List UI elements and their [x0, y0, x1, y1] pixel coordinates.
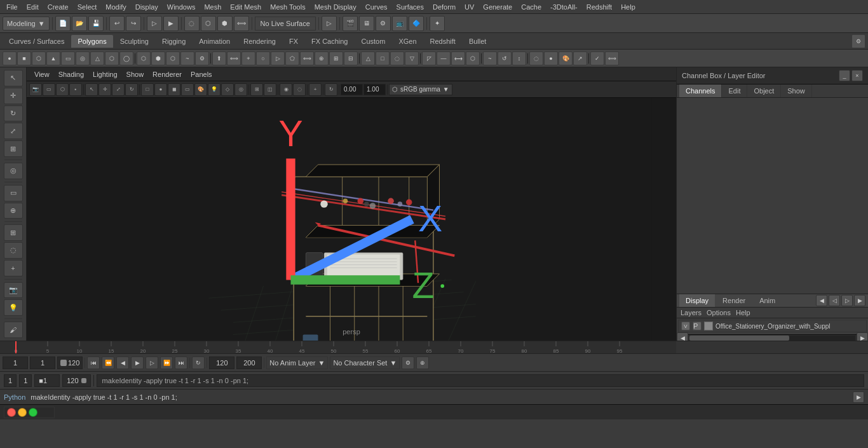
tab-animation[interactable]: Animation — [193, 35, 236, 48]
play-forward-btn[interactable]: ▶ — [131, 356, 144, 369]
viewport-canvas[interactable]: X Y Z persp — [27, 98, 676, 341]
convex-hull-btn[interactable]: ⬠ — [285, 51, 299, 65]
helix-btn[interactable]: ~ — [180, 51, 194, 65]
soft-select-lt-btn[interactable]: ◎ — [4, 163, 23, 179]
tab-custom[interactable]: Custom — [355, 35, 392, 48]
status-command[interactable]: makeIdentity -apply true -t 1 -r 1 -s 1 … — [97, 374, 864, 387]
plane-btn[interactable]: ▭ — [61, 51, 75, 65]
mode-dropdown[interactable]: Modeling ▼ — [3, 17, 50, 31]
new-file-btn[interactable]: 📄 — [55, 16, 71, 31]
layer-vis-btn[interactable]: V — [681, 322, 690, 330]
soften-btn[interactable]: ◌ — [529, 51, 543, 65]
step-back-btn[interactable]: ◀ — [116, 356, 129, 369]
show-tab[interactable]: Show — [781, 85, 812, 97]
menu-mesh[interactable]: Mesh — [200, 2, 225, 12]
quad-btn[interactable]: □ — [376, 51, 390, 65]
dolly-btn[interactable]: ⤢ — [112, 83, 125, 96]
rotation-value[interactable]: 0.00 — [341, 84, 363, 95]
wire-btn[interactable]: □ — [141, 83, 154, 96]
snap-render-btn[interactable]: ▷ — [322, 16, 337, 31]
flat-shade-btn[interactable]: ◼ — [168, 83, 180, 96]
layer-btn-1[interactable]: ◀ — [816, 295, 827, 306]
timeline-ruler[interactable]: 0 5 10 15 20 25 30 35 40 45 50 — [0, 341, 676, 354]
torus-btn[interactable]: ◎ — [76, 51, 90, 65]
show-manip-btn[interactable]: ⊕ — [4, 203, 23, 219]
mirror-btn[interactable]: ⟺ — [300, 51, 314, 65]
open-file-btn[interactable]: 📂 — [72, 16, 87, 31]
vp-view-menu[interactable]: View — [31, 69, 53, 79]
xray-btn[interactable]: ◌ — [293, 83, 306, 96]
status-field-3[interactable]: ■ 1 — [34, 374, 60, 387]
snap-point-btn[interactable]: + — [4, 260, 23, 276]
layer-btn-4[interactable]: ▶ — [854, 295, 865, 306]
rotate-tool-btn[interactable]: ↻ — [4, 105, 23, 122]
ao-btn[interactable]: ◎ — [234, 83, 247, 96]
snap-curve-btn[interactable]: ◌ — [4, 242, 23, 259]
tab-fx-caching[interactable]: FX Caching — [305, 35, 354, 48]
hud-btn[interactable]: ◫ — [264, 83, 276, 96]
layer-btn-3[interactable]: ▷ — [841, 295, 853, 306]
render-btn[interactable]: 🎬 — [342, 16, 358, 31]
layer-scrollbar[interactable]: ◀ ▶ — [677, 334, 868, 341]
tab-curves-surfaces[interactable]: Curves / Surfaces — [3, 35, 71, 48]
sym-check-btn[interactable]: ⟺ — [605, 51, 619, 65]
object-tab[interactable]: Object — [747, 85, 781, 97]
menu-3dto[interactable]: -3DtoAll- — [546, 2, 581, 12]
paint-effects-btn[interactable]: 🖌 — [4, 322, 23, 338]
status-field-2[interactable]: 1 — [19, 374, 32, 387]
menu-mesh-tools[interactable]: Mesh Tools — [266, 2, 309, 12]
menu-edit[interactable]: Edit — [23, 2, 43, 12]
menu-help[interactable]: Help — [617, 2, 639, 12]
mini-window-item[interactable] — [4, 407, 55, 418]
anim-range-end-field[interactable]: 200 — [236, 356, 262, 369]
sphere-btn[interactable]: ● — [3, 51, 17, 65]
insert-loop-btn[interactable]: ⟷ — [451, 51, 465, 65]
transform-tool-btn[interactable]: ⊞ — [4, 140, 23, 157]
vp-shading-menu[interactable]: Shading — [55, 69, 88, 79]
connect-btn[interactable]: — — [437, 51, 451, 65]
triangulate-btn[interactable]: △ — [361, 51, 375, 65]
soft-select-btn[interactable]: ⬢ — [217, 16, 233, 31]
smooth-btn[interactable]: ◌ — [390, 51, 404, 65]
no-anim-layer-select[interactable]: No Anim Layer ▼ — [266, 356, 328, 369]
select-tool-btn[interactable]: ↖ — [4, 70, 23, 86]
color-btn[interactable]: 🎨 — [559, 51, 573, 65]
hypershade-btn[interactable]: 🔷 — [409, 16, 424, 31]
pipe-btn[interactable]: ◯ — [119, 51, 133, 65]
render-settings-btn[interactable]: ⚙ — [376, 16, 391, 31]
scale-tool-btn[interactable]: ⤢ — [4, 123, 23, 139]
close-win-btn[interactable] — [7, 408, 16, 417]
render-tab[interactable]: Render — [716, 294, 752, 307]
tab-sculpting[interactable]: Sculpting — [114, 35, 155, 48]
menu-surfaces[interactable]: Surfaces — [393, 2, 428, 12]
undo-btn[interactable]: ↩ — [109, 16, 125, 31]
menu-deform[interactable]: Deform — [429, 2, 459, 12]
grid-toggle-btn[interactable]: ⊞ — [250, 83, 263, 96]
python-run-btn[interactable]: ▶ — [853, 391, 864, 403]
gear-btn[interactable]: ⚙ — [195, 51, 209, 65]
menu-select[interactable]: Select — [74, 2, 101, 12]
crease-btn[interactable]: ~ — [483, 51, 497, 65]
menu-mesh-display[interactable]: Mesh Display — [311, 2, 360, 12]
cone-btn[interactable]: ▲ — [46, 51, 60, 65]
shadow-btn[interactable]: ◇ — [221, 83, 234, 96]
anim-settings-btn[interactable]: ⚙ — [402, 356, 414, 369]
menu-curves[interactable]: Curves — [362, 2, 391, 12]
reduce-btn[interactable]: ▽ — [405, 51, 419, 65]
panel-close-btn[interactable]: × — [851, 70, 863, 81]
go-to-end-btn[interactable]: ⏭ — [175, 356, 187, 369]
tab-xgen[interactable]: XGen — [392, 35, 423, 48]
menu-redshift[interactable]: Redshift — [583, 2, 616, 12]
harden-btn[interactable]: ● — [544, 51, 558, 65]
panel-minimize-btn[interactable]: _ — [839, 70, 850, 81]
soccer-btn[interactable]: ⬡ — [166, 51, 180, 65]
menu-display[interactable]: Display — [132, 2, 162, 12]
layer-row[interactable]: V P Office_Stationery_Organizer_with_Sup… — [678, 320, 867, 332]
help-menu[interactable]: Help — [736, 309, 750, 316]
menu-file[interactable]: File — [3, 2, 22, 12]
separate-btn[interactable]: ⊟ — [344, 51, 358, 65]
vp-panels-menu[interactable]: Panels — [187, 69, 216, 79]
vp-lighting-menu[interactable]: Lighting — [89, 69, 121, 79]
no-live-surface[interactable]: No Live Surface — [255, 17, 316, 31]
bounding-box-btn[interactable]: ▭ — [181, 83, 194, 96]
